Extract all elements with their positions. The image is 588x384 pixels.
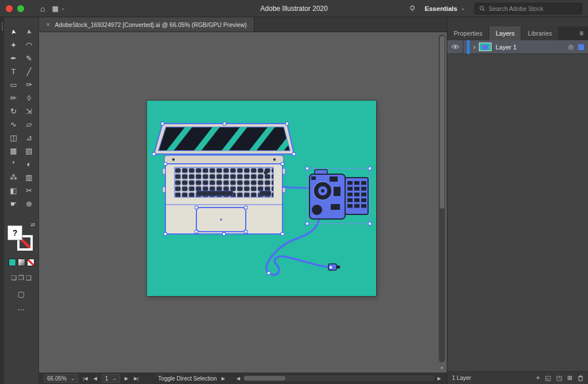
eyedropper-tool[interactable]: ❜	[6, 158, 21, 171]
screen-mode-button[interactable]: ▢	[18, 290, 25, 298]
layer-row[interactable]: › Layer 1 ◎	[447, 40, 588, 54]
workspace-switcher[interactable]: Essentials ⌄	[425, 5, 465, 12]
graph-tool[interactable]: ▥	[21, 171, 37, 184]
paintbrush-tool[interactable]: ✑	[21, 78, 37, 91]
eraser-tool[interactable]: ◊	[21, 91, 37, 105]
artboard[interactable]	[147, 101, 376, 296]
lightbulb-icon[interactable]	[409, 5, 416, 12]
documents-grid-icon: ▦	[52, 5, 58, 13]
scroll-down-icon[interactable]: ▾	[439, 366, 445, 371]
vertical-scroll-thumb[interactable]	[440, 36, 444, 209]
horizontal-scroll-thumb[interactable]	[244, 376, 285, 381]
chevron-down-icon: ⌄	[61, 6, 65, 11]
shaper-tool[interactable]: ✏	[6, 91, 21, 105]
panel-drag-handle[interactable]	[1, 22, 3, 31]
edit-toolbar-button[interactable]: ⋯	[17, 305, 25, 314]
layer-target-icon[interactable]: ◎	[568, 43, 574, 51]
swap-fill-stroke-icon[interactable]: ⇄	[30, 222, 35, 228]
mesh-tool[interactable]: ▦	[6, 144, 21, 158]
draw-normal-mode-button[interactable]: ❏	[11, 274, 17, 282]
blend-tool[interactable]: ◐	[21, 158, 37, 171]
laptop-artwork[interactable]	[154, 118, 306, 234]
slice-tool[interactable]: ✂	[21, 184, 37, 197]
tab-layers[interactable]: Layers	[489, 26, 521, 40]
panel-menu-icon[interactable]: ≡	[579, 26, 583, 40]
close-window-button[interactable]	[6, 5, 13, 12]
tools-panel: ➤ ➤ ✦ ◠ ✒ ✎ T ╱ ▭ ✑ ✏ ◊ ↻ ⇲ ∿ ▱ ◫ ⊿ ▦ ▤	[4, 17, 39, 384]
fill-stroke-control: ⇄ ?	[7, 222, 35, 252]
tab-libraries[interactable]: Libraries	[521, 26, 559, 40]
hand-tool[interactable]: ☛	[6, 197, 21, 210]
artboard-tool[interactable]: ◧	[6, 184, 21, 197]
vertical-scrollbar[interactable]	[439, 34, 445, 362]
document-tab[interactable]: ✕ AdobeStock_169324972 [Converted].ai @ …	[39, 17, 254, 32]
search-input[interactable]	[489, 5, 577, 12]
workspace-body: ➤ ➤ ✦ ◠ ✒ ✎ T ╱ ▭ ✑ ✏ ◊ ↻ ⇲ ∿ ▱ ◫ ⊿ ▦ ▤	[0, 17, 588, 384]
layers-panel-footer: 1 Layer ⌖ ◱ ◳ ⊞	[447, 371, 588, 384]
perspective-grid-tool[interactable]: ⊿	[21, 131, 37, 144]
zoom-window-button[interactable]	[17, 5, 24, 12]
draw-behind-mode-button[interactable]: ❐	[18, 274, 24, 282]
scroll-left-icon[interactable]: ◀	[235, 376, 241, 381]
left-dock-edge	[0, 17, 4, 384]
tab-properties[interactable]: Properties	[447, 26, 489, 40]
horizontal-scroll-track[interactable]	[243, 375, 435, 381]
adobe-stock-search[interactable]	[474, 3, 582, 14]
camera-artwork[interactable]	[307, 168, 370, 224]
width-tool[interactable]: ∿	[6, 118, 21, 131]
color-fill-button[interactable]	[9, 259, 16, 266]
layer-thumbnail[interactable]	[479, 43, 492, 51]
none-fill-button[interactable]	[27, 259, 34, 266]
tool-grid: ➤ ➤ ✦ ◠ ✒ ✎ T ╱ ▭ ✑ ✏ ◊ ↻ ⇲ ∿ ▱ ◫ ⊿ ▦ ▤	[6, 25, 37, 210]
workspace-label: Essentials	[425, 5, 458, 12]
next-artboard-button[interactable]: ▶	[123, 376, 129, 381]
expand-chevron-icon[interactable]: ›	[470, 43, 479, 51]
last-artboard-button[interactable]: ▶|	[133, 376, 140, 381]
curvature-tool[interactable]: ✎	[21, 52, 37, 65]
direct-selection-tool[interactable]: ➤	[21, 23, 37, 41]
home-icon[interactable]: ⌂	[40, 5, 45, 13]
previous-artboard-button[interactable]: ◀	[92, 376, 98, 381]
selection-tool[interactable]: ➤	[6, 23, 21, 41]
close-tab-icon[interactable]: ✕	[46, 22, 51, 28]
locate-object-icon[interactable]: ⌖	[536, 374, 540, 382]
document-area: ✕ AdobeStock_169324972 [Converted].ai @ …	[39, 17, 447, 384]
application-bar: ⌂ ▦ ⌄ Adobe Illustrator 2020 Essentials …	[0, 0, 588, 17]
canvas[interactable]: ▾	[39, 32, 447, 373]
pen-tool[interactable]: ✒	[6, 52, 21, 65]
fill-color-swatch[interactable]: ?	[7, 225, 22, 240]
symbol-sprayer-tool[interactable]: ⁂	[6, 171, 21, 184]
drawing-modes: ❏ ❐ ❑	[11, 274, 32, 282]
draw-inside-mode-button[interactable]: ❑	[26, 274, 32, 282]
scroll-right-icon[interactable]: ▶	[436, 376, 442, 381]
gradient-tool[interactable]: ▤	[21, 144, 37, 158]
free-transform-tool[interactable]: ▱	[21, 118, 37, 131]
rotate-tool[interactable]: ↻	[6, 105, 21, 118]
type-tool[interactable]: T	[6, 65, 21, 78]
zoom-tool[interactable]: ⊕	[21, 197, 37, 210]
status-menu-arrow-icon[interactable]: ▶	[220, 376, 226, 381]
new-sublayer-icon[interactable]: ◳	[556, 374, 562, 382]
chevron-down-icon: ⌄	[461, 6, 465, 11]
panels-dock: Properties Layers Libraries ≡ ›	[447, 17, 588, 384]
new-layer-icon[interactable]: ⊞	[567, 374, 572, 382]
shape-builder-tool[interactable]: ◫	[6, 131, 21, 144]
rectangle-tool[interactable]: ▭	[6, 78, 21, 91]
gradient-fill-button[interactable]	[18, 259, 25, 266]
artboard-number-select[interactable]: 1 ⌄	[102, 374, 120, 383]
panel-tab-bar: Properties Layers Libraries ≡	[447, 26, 588, 40]
horizontal-scrollbar[interactable]: ◀ ▶	[235, 375, 442, 381]
visibility-eye-icon[interactable]	[447, 40, 463, 53]
make-clip-mask-icon[interactable]: ◱	[545, 374, 551, 382]
arrange-documents-button[interactable]: ▦ ⌄	[52, 5, 65, 13]
delete-layer-icon[interactable]	[578, 375, 583, 382]
document-title: AdobeStock_169324972 [Converted].ai @ 66…	[55, 21, 247, 28]
line-segment-tool[interactable]: ╱	[21, 65, 37, 78]
none-slash-icon	[28, 259, 34, 266]
layer-selection-indicator[interactable]	[578, 44, 584, 50]
zoom-level-select[interactable]: 66.05% ⌄	[44, 374, 78, 383]
scale-tool[interactable]: ⇲	[21, 105, 37, 118]
first-artboard-button[interactable]: |◀	[82, 376, 88, 381]
layer-name[interactable]: Layer 1	[496, 44, 568, 51]
layers-footer-icons: ⌖ ◱ ◳ ⊞	[536, 374, 583, 382]
